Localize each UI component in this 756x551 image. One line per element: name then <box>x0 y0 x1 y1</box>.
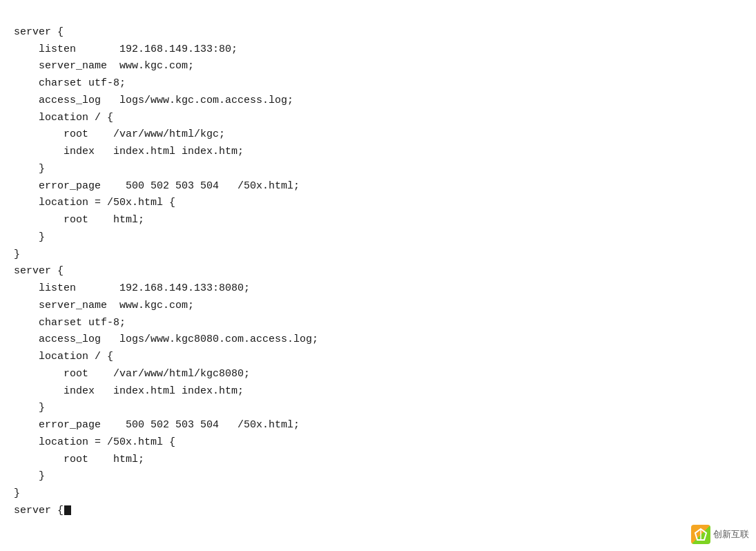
code-line: listen 192.168.149.133:8080; <box>14 280 756 298</box>
code-line: location / { <box>14 110 756 127</box>
code-line: location = /50x.html { <box>14 195 756 212</box>
code-line: } <box>14 246 756 264</box>
code-line: root /var/www/html/kgc; <box>14 126 756 144</box>
code-line: } <box>14 161 756 178</box>
code-line: access_log logs/www.kgc8080.com.access.l… <box>14 331 756 349</box>
code-line: charset utf-8; <box>14 75 756 93</box>
code-line: access_log logs/www.kgc.com.access.log; <box>14 93 756 110</box>
code-line: location = /50x.html { <box>14 434 756 452</box>
code-line: root html; <box>14 452 756 469</box>
watermark: 创新互联 <box>691 525 749 544</box>
code-line: index index.html index.htm; <box>14 144 756 161</box>
code-line: server { <box>14 24 756 41</box>
watermark-label: 创新互联 <box>713 528 749 541</box>
code-line: error_page 500 502 503 504 /50x.html; <box>14 417 756 434</box>
code-line: server_name www.kgc.com; <box>14 298 756 315</box>
code-line: location / { <box>14 349 756 366</box>
code-line: } <box>14 400 756 417</box>
code-line: server { <box>14 263 756 280</box>
code-line: root /var/www/html/kgc8080; <box>14 366 756 383</box>
code-line: index index.html index.htm; <box>14 383 756 400</box>
code-block: server { listen 192.168.149.133:80; serv… <box>0 0 756 527</box>
code-line: error_page 500 502 503 504 /50x.html; <box>14 178 756 195</box>
watermark-icon <box>691 525 710 544</box>
code-line: charset utf-8; <box>14 315 756 332</box>
code-line: server { <box>14 503 756 520</box>
code-line: } <box>14 485 756 503</box>
code-line: } <box>14 468 756 485</box>
code-line: } <box>14 229 756 246</box>
code-line: server_name www.kgc.com; <box>14 58 756 75</box>
code-line: listen 192.168.149.133:80; <box>14 41 756 59</box>
code-line: root html; <box>14 212 756 229</box>
cursor <box>64 505 71 515</box>
